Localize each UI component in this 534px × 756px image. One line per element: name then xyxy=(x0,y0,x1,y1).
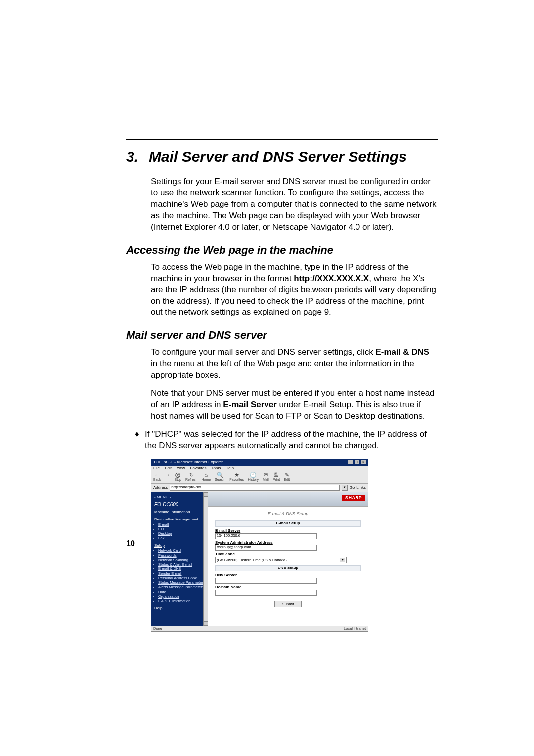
dhcp-note: ♦ If "DHCP" was selected for the IP addr… xyxy=(126,429,438,452)
window-controls: _ □ × xyxy=(348,460,366,465)
s2p1-a: To configure your mail server and DNS se… xyxy=(151,347,375,357)
section1-paragraph: To access the Web page in the machine, t… xyxy=(126,262,438,319)
sidebar-item-date[interactable]: Date xyxy=(158,590,205,594)
label-domain-name: Domain Name xyxy=(215,585,361,590)
stop-icon: ⨂ xyxy=(175,472,180,478)
sidebar: - MENU - FO-DC600 Machine Information De… xyxy=(151,492,208,626)
sidebar-item-ftp[interactable]: FTP xyxy=(158,527,205,531)
edit-button[interactable]: ✎Edit xyxy=(284,472,290,482)
chevron-down-icon: ▾ xyxy=(340,558,345,562)
sidebar-scrollbar[interactable] xyxy=(203,492,208,626)
menu-favorites[interactable]: Favorites xyxy=(190,466,207,470)
status-bar: Done Local intranet xyxy=(151,626,368,631)
close-icon[interactable]: × xyxy=(361,460,366,464)
sidebar-item-alertmsg[interactable]: Alerts Message Parameters xyxy=(158,585,205,589)
input-domain-name[interactable] xyxy=(215,590,317,596)
history-icon: 🕘 xyxy=(250,472,257,478)
chapter-title: Mail Server and DNS Server Settings xyxy=(149,148,407,165)
select-timezone[interactable]: (GMT-05:00) Eastern Time (US & Canada) ▾ xyxy=(215,557,347,563)
form-content: E-mail & DNS Setup E-mail Setup E-mail S… xyxy=(208,507,368,610)
sidebar-item-senderemail[interactable]: Sender E-mail xyxy=(158,572,205,576)
status-right: Local intranet xyxy=(344,627,366,631)
input-admin-address[interactable]: tfsgroup@sharp.com xyxy=(215,545,317,551)
sidebar-item-statusmsg[interactable]: Status Message Parameters xyxy=(158,581,205,585)
menu-view[interactable]: View xyxy=(177,466,185,470)
forward-icon: → xyxy=(165,472,171,478)
label-dns-server: DNS Server xyxy=(215,573,361,578)
home-button[interactable]: ⌂Home xyxy=(201,472,211,482)
diamond-bullet-icon: ♦ xyxy=(135,429,145,452)
input-email-server[interactable]: 134.155.230.6 xyxy=(215,533,317,539)
status-left: Done xyxy=(153,627,162,631)
search-icon: 🔍 xyxy=(217,472,223,478)
history-button[interactable]: 🕘History xyxy=(248,472,259,482)
address-input[interactable]: http://sharpfo-dc/ xyxy=(170,485,339,491)
sidebar-model: FO-DC600 xyxy=(154,502,205,507)
ie-toolbar: ←Back → ⨂Stop ↻Refresh ⌂Home 🔍Search ★Fa… xyxy=(151,471,368,484)
sidebar-item-passwords[interactable]: Passwords xyxy=(158,554,205,558)
ie-screenshot: TOP PAGE - Microsoft Internet Explorer _… xyxy=(151,459,368,632)
sidebar-item-netscan[interactable]: Network Scanning xyxy=(158,558,205,562)
address-dropdown-icon[interactable]: ▾ xyxy=(342,485,348,491)
menu-tools[interactable]: Tools xyxy=(212,466,221,470)
sidebar-item-personalab[interactable]: Personal Address Book xyxy=(158,576,205,580)
favorites-icon: ★ xyxy=(234,472,239,478)
sidebar-machine-info[interactable]: Machine Information xyxy=(154,510,205,515)
page-number: 10 xyxy=(126,539,135,548)
window-titlebar: TOP PAGE - Microsoft Internet Explorer _… xyxy=(151,459,368,466)
sidebar-item-emaildns[interactable]: E-mail & DNS xyxy=(158,567,205,571)
refresh-button[interactable]: ↻Refresh xyxy=(185,472,198,482)
print-button[interactable]: 🖶Print xyxy=(273,472,280,482)
home-icon: ⌂ xyxy=(205,472,208,478)
input-dns-server[interactable] xyxy=(215,578,317,584)
section2-paragraph2: Note that your DNS server must be entere… xyxy=(126,388,438,422)
sidebar-item-org[interactable]: Organization xyxy=(158,595,205,599)
section2-paragraph1: To configure your mail server and DNS se… xyxy=(126,347,438,381)
refresh-icon: ↻ xyxy=(189,472,194,478)
sidebar-item-netcard[interactable]: Network Card xyxy=(158,549,205,553)
go-button[interactable]: Go xyxy=(350,486,355,490)
banner: SHARP xyxy=(208,492,368,507)
chapter-heading: 3.Mail Server and DNS Server Settings xyxy=(126,148,438,165)
ie-menubar: File Edit View Favorites Tools Help xyxy=(151,466,368,472)
sidebar-dest-list: E-mail FTP Desktop Fax xyxy=(158,523,205,541)
window-title: TOP PAGE - Microsoft Internet Explorer xyxy=(153,460,223,465)
sidebar-setup: Setup xyxy=(154,544,205,548)
browser-viewport: - MENU - FO-DC600 Machine Information De… xyxy=(151,492,368,626)
sidebar-dest-mgmt[interactable]: Destination Management xyxy=(154,518,205,522)
back-icon: ← xyxy=(154,472,160,478)
label-email-server: E-mail Server xyxy=(215,529,361,533)
section-mailserver-heading: Mail server and DNS server xyxy=(126,329,438,342)
label-timezone: Time Zone xyxy=(215,552,361,557)
menu-edit[interactable]: Edit xyxy=(165,466,172,470)
minimize-icon[interactable]: _ xyxy=(348,460,353,464)
page-title: E-mail & DNS Setup xyxy=(215,512,361,517)
sidebar-item-statusalert[interactable]: Status & Alert E-mail xyxy=(158,563,205,567)
sidebar-item-email[interactable]: E-mail xyxy=(158,523,205,527)
timezone-value: (GMT-05:00) Eastern Time (US & Canada) xyxy=(217,558,287,562)
back-button[interactable]: ←Back xyxy=(153,472,161,482)
stop-button[interactable]: ⨂Stop xyxy=(175,472,181,482)
s2p2-b: E-mail Server xyxy=(223,400,277,409)
sidebar-item-fax[interactable]: Fax xyxy=(158,536,205,540)
submit-button[interactable]: Submit xyxy=(274,601,302,607)
search-button[interactable]: 🔍Search xyxy=(215,472,225,482)
print-icon: 🖶 xyxy=(273,472,279,478)
menu-file[interactable]: File xyxy=(153,466,160,470)
forward-button[interactable]: → xyxy=(165,472,171,482)
brand-logo: SHARP xyxy=(342,495,365,501)
maximize-icon[interactable]: □ xyxy=(355,460,359,464)
sidebar-help[interactable]: Help xyxy=(154,606,205,611)
sidebar-item-fast[interactable]: F.A.S.T. Information xyxy=(158,599,205,603)
favorites-button[interactable]: ★Favorites xyxy=(229,472,244,482)
sidebar-item-desktop[interactable]: Desktop xyxy=(158,532,205,536)
main-pane: SHARP E-mail & DNS Setup E-mail Setup E-… xyxy=(208,492,368,626)
page: 3.Mail Server and DNS Server Settings Se… xyxy=(0,0,534,756)
links-label[interactable]: Links xyxy=(356,486,366,490)
section-email-setup: E-mail Setup xyxy=(215,520,361,527)
mail-button[interactable]: ✉Mail xyxy=(263,472,269,482)
section-accessing-heading: Accessing the Web page in the machine xyxy=(126,244,438,257)
sidebar-menu-label: - MENU - xyxy=(154,495,205,500)
label-admin-address: System Administrator Address xyxy=(215,541,361,545)
menu-help[interactable]: Help xyxy=(226,466,234,470)
